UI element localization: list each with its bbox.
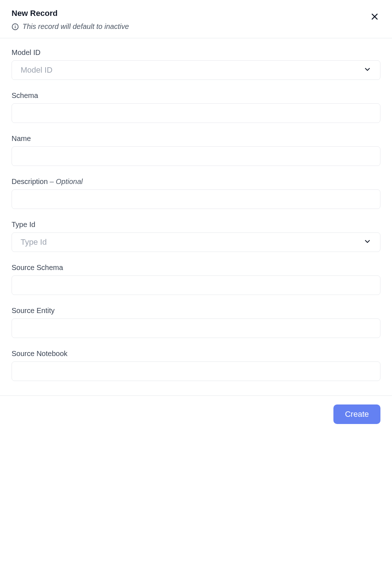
create-button[interactable]: Create (333, 404, 380, 424)
field-source-entity: Source Entity (12, 307, 380, 338)
model-id-placeholder: Model ID (21, 65, 52, 75)
source-entity-label: Source Entity (12, 307, 380, 315)
field-source-schema: Source Schema (12, 264, 380, 295)
schema-input[interactable] (12, 103, 380, 123)
source-schema-input[interactable] (12, 275, 380, 295)
name-label: Name (12, 134, 380, 143)
description-input[interactable] (12, 189, 380, 209)
type-id-label: Type Id (12, 220, 380, 229)
source-entity-input[interactable] (12, 318, 380, 338)
form-body: Model ID Model ID Schema Name Descriptio… (0, 38, 392, 395)
field-type-id: Type Id Type Id (12, 220, 380, 252)
chevron-down-icon (363, 237, 371, 247)
type-id-select[interactable]: Type Id (12, 232, 380, 252)
info-icon (12, 23, 19, 30)
field-source-notebook: Source Notebook (12, 350, 380, 381)
dialog-title: New Record (12, 9, 129, 18)
field-schema: Schema (12, 91, 380, 123)
source-notebook-input[interactable] (12, 361, 380, 381)
field-model-id: Model ID Model ID (12, 48, 380, 80)
dialog-footer: Create (0, 395, 392, 433)
svg-point-2 (15, 25, 16, 26)
model-id-select[interactable]: Model ID (12, 60, 380, 80)
description-optional: – Optional (50, 177, 83, 185)
dialog-header: New Record This record will default to i… (0, 0, 392, 38)
schema-label: Schema (12, 91, 380, 100)
field-description: Description – Optional (12, 177, 380, 209)
header-text-block: New Record This record will default to i… (12, 9, 129, 31)
close-button[interactable] (369, 11, 380, 23)
close-icon (370, 17, 379, 22)
subtitle-row: This record will default to inactive (12, 22, 129, 31)
description-label: Description – Optional (12, 177, 380, 186)
source-schema-label: Source Schema (12, 264, 380, 272)
type-id-placeholder: Type Id (21, 237, 47, 247)
dialog-subtitle: This record will default to inactive (22, 22, 129, 31)
field-name: Name (12, 134, 380, 166)
description-label-text: Description (12, 177, 48, 185)
name-input[interactable] (12, 146, 380, 166)
model-id-label: Model ID (12, 48, 380, 57)
source-notebook-label: Source Notebook (12, 350, 380, 358)
chevron-down-icon (363, 65, 371, 75)
